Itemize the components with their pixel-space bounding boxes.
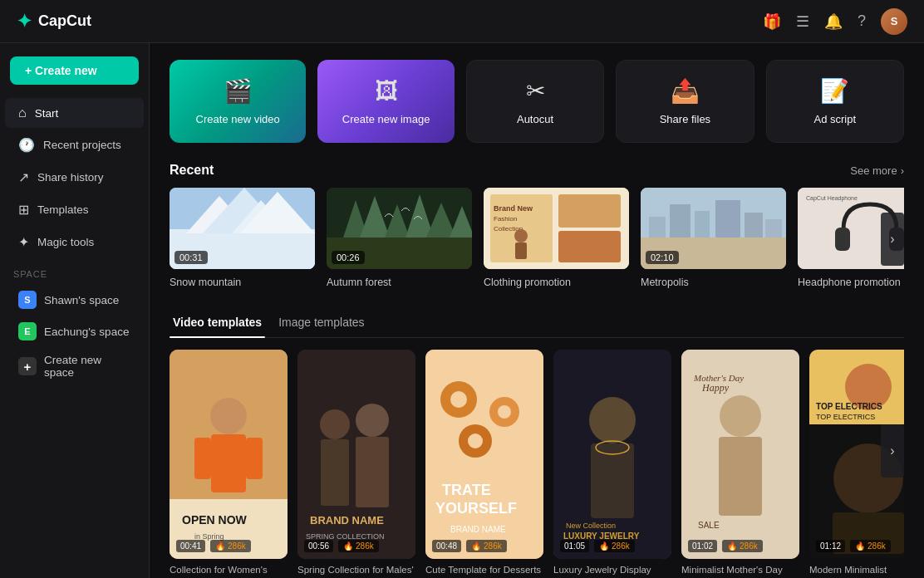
app-logo[interactable]: ✦ CapCut [17, 11, 91, 32]
see-more-label: See more [850, 164, 897, 177]
quick-actions: 🎬 Create new video 🖼 Create new image ✂ … [170, 60, 904, 143]
template-3-badges: 00:48 🔥 286k [432, 540, 507, 552]
ad-script-card[interactable]: 📝 Ad script [766, 60, 904, 143]
template-3-label: Cute Template for Desserts [425, 564, 543, 576]
svg-rect-45 [321, 439, 349, 506]
upload-icon: 📤 [671, 77, 700, 105]
svg-text:New Collection: New Collection [566, 522, 616, 530]
template-3-time: 00:48 [432, 540, 461, 552]
topbar: ✦ CapCut 🎁 ☰ 🔔 ? S [0, 0, 924, 43]
svg-rect-16 [558, 194, 621, 228]
svg-rect-39 [194, 438, 211, 479]
sidebar-label-share-history: Share history [37, 171, 104, 184]
shawn-space-label: Shawn's space [44, 294, 119, 306]
template-thumb-2: BRAND NAME SPRING COLLECTION 00:56 🔥 286… [297, 350, 415, 559]
avatar[interactable]: S [881, 8, 907, 35]
sidebar-item-templates[interactable]: ⊞ Templates [5, 194, 144, 225]
sidebar-label-start: Start [35, 107, 59, 120]
create-video-label: Create new video [196, 113, 280, 125]
sidebar-item-share-history[interactable]: ↗ Share history [5, 162, 144, 193]
tab-image-templates[interactable]: Image templates [275, 309, 378, 337]
eachung-space-label: Eachung's space [44, 326, 129, 338]
svg-text:Mother's Day: Mother's Day [693, 373, 744, 383]
recent-next-button[interactable]: › [881, 213, 904, 266]
svg-text:TOP ELECTRICS: TOP ELECTRICS [816, 413, 875, 421]
eachung-avatar: E [18, 322, 37, 340]
template-5-fire: 🔥 286k [722, 540, 763, 552]
space-item-shawn[interactable]: S Shawn's space [5, 284, 144, 316]
create-image-card[interactable]: 🖼 Create new image [317, 60, 454, 143]
sidebar-item-magic-tools[interactable]: ✦ Magic tools [5, 227, 144, 257]
topbar-right: 🎁 ☰ 🔔 ? S [763, 8, 907, 35]
svg-point-44 [320, 409, 350, 439]
svg-point-37 [210, 398, 247, 434]
forest-time-badge: 00:26 [332, 251, 365, 264]
template-6-badges: 01:12 🔥 286k [816, 540, 891, 552]
template-5-time: 01:02 [688, 540, 717, 552]
recent-card-metro[interactable]: 02:10 Metropolis [641, 188, 786, 289]
recent-card-forest[interactable]: 00:26 Autumn forest [327, 188, 472, 289]
fashion-title: Clothing promotion [484, 277, 571, 288]
magic-icon: ✦ [18, 234, 29, 250]
svg-text:BRAND NAME: BRAND NAME [310, 514, 384, 527]
sidebar-nav: ⌂ Start 🕐 Recent projects ↗ Share histor… [0, 98, 149, 257]
svg-point-52 [450, 391, 467, 408]
autocut-card[interactable]: ✂ Autocut [466, 60, 604, 143]
recent-card-fashion[interactable]: Brand New Fashion Collection. Clothing p… [484, 188, 629, 289]
template-4-label: Luxury Jewelry Display Sale [553, 564, 671, 578]
template-card-5[interactable]: Happy Mother's Day SALE 01:02 🔥 286k Min… [681, 350, 799, 578]
sidebar-item-start[interactable]: ⌂ Start [5, 98, 144, 128]
template-thumb-4: New Collection LUXURY JEWELRY 01:05 🔥 28… [553, 350, 671, 559]
forest-thumb: 00:26 [327, 188, 472, 269]
template-2-fire: 🔥 286k [338, 540, 379, 552]
create-space-label: Create new space [44, 354, 130, 379]
svg-text:Fashion: Fashion [494, 215, 517, 223]
share-icon: ↗ [18, 169, 29, 185]
svg-point-21 [514, 229, 528, 242]
menu-icon[interactable]: ☰ [796, 12, 809, 31]
autocut-label: Autocut [517, 113, 553, 125]
template-next-button[interactable]: › [881, 424, 904, 478]
svg-rect-30 [765, 219, 782, 238]
scissors-icon: ✂ [526, 77, 545, 105]
create-video-card[interactable]: 🎬 Create new video [170, 60, 306, 143]
create-new-space[interactable]: + Create new space [5, 347, 144, 385]
template-card-1[interactable]: OPEN NOW in Spring 00:41 🔥 286k Collecti… [170, 350, 288, 578]
recent-card-snow[interactable]: 00:31 Snow mountain [170, 188, 315, 289]
template-card-4[interactable]: New Collection LUXURY JEWELRY 01:05 🔥 28… [553, 350, 671, 578]
template-card-3[interactable]: TRATE YOURSELF BRAND NAME 00:48 🔥 286k C… [425, 350, 543, 578]
snow-time-badge: 00:31 [174, 251, 208, 264]
template-4-fire: 🔥 286k [594, 540, 635, 552]
template-card-2[interactable]: BRAND NAME SPRING COLLECTION 00:56 🔥 286… [297, 350, 415, 578]
template-1-fire: 🔥 286k [210, 540, 251, 552]
tab-video-templates[interactable]: Video templates [170, 309, 275, 337]
template-6-label: Modern Minimalist Intelligent Product Pr… [809, 564, 904, 578]
create-space-icon: + [18, 357, 37, 375]
share-files-card[interactable]: 📤 Share files [616, 60, 754, 143]
sidebar: + Create new ⌂ Start 🕐 Recent projects ↗… [0, 43, 150, 578]
svg-point-61 [589, 397, 636, 443]
template-6-time: 01:12 [816, 540, 845, 552]
metro-thumb: 02:10 [641, 188, 786, 269]
help-icon[interactable]: ? [858, 12, 866, 30]
grid-icon: ⊞ [18, 202, 29, 218]
svg-text:CapCut Headphone: CapCut Headphone [806, 195, 858, 202]
app-name: CapCut [38, 12, 91, 30]
bell-icon[interactable]: 🔔 [824, 12, 843, 31]
sidebar-label-magic-tools: Magic tools [37, 236, 94, 248]
template-row: OPEN NOW in Spring 00:41 🔥 286k Collecti… [170, 350, 904, 578]
svg-rect-17 [558, 231, 621, 262]
shawn-avatar: S [18, 291, 37, 309]
see-more-button[interactable]: See more › [850, 164, 904, 177]
template-2-label: Spring Collection for Males' Fashion [297, 564, 415, 578]
sidebar-item-recent[interactable]: 🕐 Recent projects [5, 130, 144, 160]
template-4-time: 01:05 [560, 540, 589, 552]
gift-icon[interactable]: 🎁 [763, 12, 781, 31]
create-new-button[interactable]: + Create new [10, 56, 139, 85]
space-section-label: SPACE [0, 257, 149, 284]
svg-rect-68 [719, 437, 762, 516]
home-icon: ⌂ [18, 105, 27, 120]
space-item-eachung[interactable]: E Eachung's space [5, 316, 144, 347]
svg-point-54 [498, 405, 511, 419]
svg-text:TOP ELECTRICS: TOP ELECTRICS [816, 402, 882, 411]
